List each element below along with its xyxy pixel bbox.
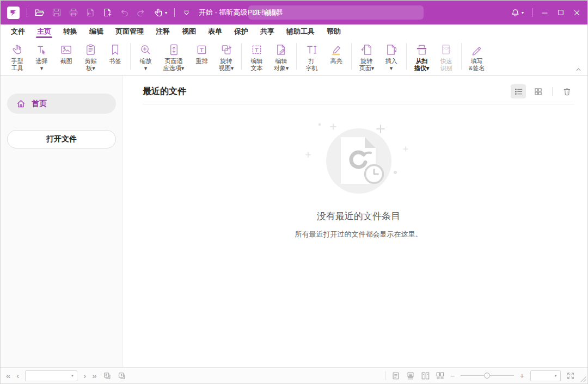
open-file-icon[interactable] <box>34 8 45 18</box>
ribbon-item-snapshot[interactable]: 截图 <box>54 40 78 74</box>
clipboard-icon <box>84 42 97 58</box>
undo-icon[interactable] <box>119 8 129 17</box>
list-view-button[interactable] <box>511 84 526 98</box>
select-tool-icon <box>35 42 48 58</box>
next-view-button[interactable] <box>118 371 126 380</box>
next-page-button[interactable]: › <box>83 371 86 380</box>
tab-protect[interactable]: 保护 <box>228 24 254 39</box>
ribbon-item-label: 手型 <box>11 58 23 65</box>
ribbon-item-label: ▾ <box>144 65 148 72</box>
search-input[interactable] <box>265 9 418 17</box>
fullscreen-button[interactable] <box>567 372 574 380</box>
recent-files-panel: 最近的文件 <box>123 76 587 367</box>
tab-home[interactable]: 主页 <box>31 24 57 39</box>
create-pdf-icon[interactable] <box>102 8 112 17</box>
collapse-toolbar-icon[interactable] <box>182 8 191 17</box>
tab-convert[interactable]: 转换 <box>57 24 83 39</box>
page-number-combobox[interactable]: ▼ <box>25 370 77 381</box>
sidebar-item-home[interactable]: 首页 <box>7 94 116 114</box>
list-view-icon <box>514 87 523 96</box>
tab-share[interactable]: 共享 <box>254 24 280 39</box>
ribbon-item-label: 页面▾ <box>359 65 375 72</box>
svg-text:OCR: OCR <box>442 46 450 50</box>
close-button[interactable] <box>573 9 581 17</box>
ribbon-item-from-scanner[interactable]: 从扫 描仪▾ <box>409 40 434 74</box>
notifications-bell-icon[interactable]: ▾ <box>511 8 524 17</box>
empty-recent-files-illustration <box>299 114 419 206</box>
foxit-logo <box>7 7 20 19</box>
ribbon-item-edit-object[interactable]: 编辑 对象▾ <box>269 40 293 74</box>
hand-dropdown-caret: ▾ <box>165 10 167 15</box>
single-page-icon <box>391 371 400 380</box>
ribbon-item-hand-tool[interactable]: 手型 工具 <box>5 40 29 74</box>
empty-state-title: 没有最近的文件条目 <box>317 210 400 222</box>
ribbon-item-typewriter[interactable]: 打 字机 <box>299 40 324 74</box>
fullscreen-icon <box>567 372 574 380</box>
ribbon-item-highlight[interactable]: 高亮 <box>324 40 348 74</box>
snapshot-icon <box>59 42 73 58</box>
ribbon-item-reflow[interactable]: 重排 <box>189 40 214 74</box>
ribbon-item-zoom[interactable]: 缩放 ▾ <box>133 40 158 74</box>
ribbon-item-label: 插入 <box>385 58 397 65</box>
previous-view-icon <box>103 371 112 380</box>
ribbon-item-select[interactable]: 选择 ▾ <box>29 40 54 74</box>
zoom-slider-handle[interactable] <box>484 373 490 379</box>
zoom-slider[interactable] <box>461 372 514 380</box>
start-page-sidebar: 首页 打开文件 <box>1 76 123 367</box>
tab-edit[interactable]: 编辑 <box>83 24 109 39</box>
tab-view[interactable]: 视图 <box>176 24 202 39</box>
print-icon[interactable] <box>69 8 78 17</box>
last-page-button[interactable]: » <box>92 371 96 380</box>
first-page-button[interactable]: « <box>6 371 10 380</box>
ribbon-item-rotate-view[interactable]: 旋转 视图▾ <box>214 40 238 74</box>
search-icon <box>254 9 261 16</box>
continuous-page-icon <box>406 371 415 380</box>
hand-gesture-icon[interactable]: ▾ <box>153 8 167 18</box>
ribbon-item-insert[interactable]: 插入 ▾ <box>379 40 403 74</box>
zoom-out-button[interactable]: − <box>450 371 455 380</box>
tab-accessibility[interactable]: 辅助工具 <box>280 24 321 39</box>
export-page-icon[interactable] <box>85 8 95 17</box>
ribbon-item-fill-sign[interactable]: 填写 &签名 <box>464 40 489 74</box>
facing-continuous-view-button[interactable] <box>436 371 444 380</box>
ribbon-item-fit-page-options[interactable]: 页面适 应选项▾ <box>158 40 189 74</box>
ribbon-item-label: 旋转 <box>361 58 373 65</box>
facing-page-icon <box>421 371 430 380</box>
ribbon-item-bookmark[interactable]: 书签 <box>103 40 127 74</box>
search-box[interactable] <box>248 5 424 20</box>
ribbon-item-quick-ocr[interactable]: OCR 快速 识别 <box>434 40 458 74</box>
window-resize-grip[interactable] <box>578 374 587 383</box>
tab-form[interactable]: 表单 <box>202 24 228 39</box>
save-icon[interactable] <box>52 8 62 17</box>
open-file-button[interactable]: 打开文件 <box>7 130 116 148</box>
tab-file[interactable]: 文件 <box>5 24 31 39</box>
ribbon-item-label: 工具 <box>11 65 23 72</box>
bookmark-icon <box>108 42 122 58</box>
tab-help[interactable]: 帮助 <box>321 24 347 39</box>
single-page-view-button[interactable] <box>391 371 400 380</box>
ribbon-item-edit-text[interactable]: 编辑 文本 <box>244 40 269 74</box>
titlebar-separator <box>27 8 27 17</box>
ribbon-item-label: 重排 <box>196 58 208 65</box>
ribbon-item-label: 页面适 <box>165 58 183 65</box>
zoom-icon <box>139 42 152 58</box>
zoom-in-button[interactable]: + <box>520 371 524 380</box>
minimize-button[interactable] <box>541 9 549 17</box>
maximize-button[interactable] <box>557 9 565 16</box>
facing-page-view-button[interactable] <box>421 371 430 380</box>
previous-page-button[interactable]: ‹ <box>16 371 19 380</box>
collapse-ribbon-button[interactable] <box>575 66 582 73</box>
ribbon-item-label: &签名 <box>469 65 485 72</box>
previous-view-button[interactable] <box>103 371 112 380</box>
grid-view-button[interactable] <box>530 84 546 98</box>
continuous-page-view-button[interactable] <box>406 371 415 380</box>
tab-comment[interactable]: 注释 <box>150 24 176 39</box>
empty-state-subtitle: 所有最近打开过的文件都会显示在这里。 <box>295 230 422 239</box>
ribbon-item-clipboard[interactable]: 剪贴 板▾ <box>78 40 103 74</box>
redo-icon[interactable] <box>136 8 146 17</box>
tab-page-organize[interactable]: 页面管理 <box>109 24 150 39</box>
fit-page-icon <box>167 42 181 58</box>
clear-recent-button[interactable] <box>559 84 574 98</box>
zoom-level-combobox[interactable]: ▼ <box>530 370 561 381</box>
ribbon-item-rotate-pages[interactable]: 旋转 页面▾ <box>354 40 379 74</box>
